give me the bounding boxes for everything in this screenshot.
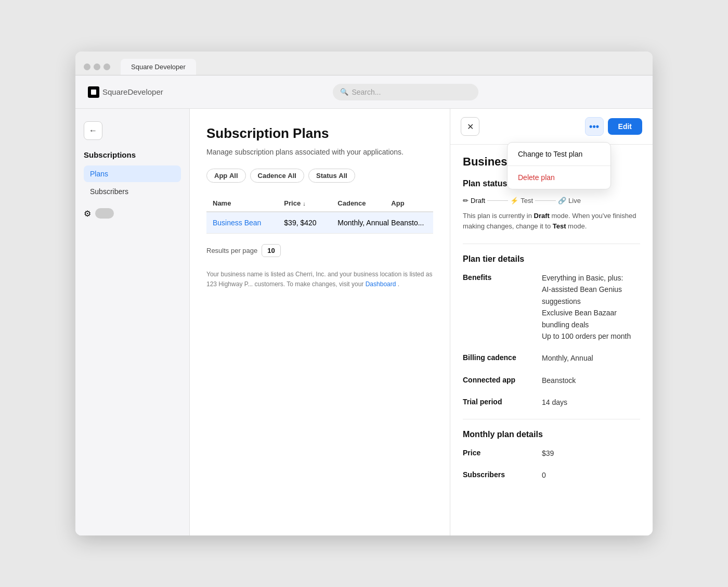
detail-monthly-subscribers: Subscribers 0 [463,469,640,481]
row-app: Beansto... [391,219,427,227]
back-arrow-icon: ← [89,126,97,135]
results-per-page[interactable]: 10 [262,244,280,257]
more-button[interactable]: ••• [585,117,604,136]
more-icon: ••• [589,121,599,132]
dropdown-item-delete[interactable]: Delete plan [508,166,610,189]
search-placeholder: Search... [352,88,381,96]
dropdown-item-change-test[interactable]: Change to Test plan [508,143,610,165]
billing-cadence-value: Monthly, Annual [542,352,640,364]
row-price: $39, $420 [284,219,337,227]
row-name-link[interactable]: Business Bean [213,219,284,227]
sidebar-section-label: Subscriptions [84,150,181,159]
sidebar: ← Subscriptions Plans Subscribers ⚙ [75,109,190,535]
detail-benefits: Benefits Everything in Basic, plus: AI-a… [463,272,640,342]
results-row: Results per page 10 [206,244,433,257]
connected-app-value: Beanstock [542,375,640,386]
status-step-live: 🔗 Live [558,197,581,205]
header-buttons: ••• Edit [585,117,642,136]
page-subtitle: Manage subscription plans associated wit… [206,148,433,156]
traffic-light-close [84,63,90,70]
benefits-label: Benefits [463,272,536,342]
billing-cadence-label: Billing cadence [463,352,536,364]
dropdown-menu: Change to Test plan Delete plan [507,142,611,189]
edit-status-icon: ✏ [463,197,469,205]
benefits-value: Everything in Basic, plus: AI-assisted B… [542,272,640,342]
monthly-price-value: $39 [542,448,640,459]
status-note: This plan is currently in Draft mode. Wh… [463,211,640,231]
close-button[interactable]: ✕ [461,117,479,136]
browser-chrome: Square Developer [75,52,653,75]
settings-icon: ⚙ [84,209,91,219]
right-panel: ✕ ••• Edit Change to Test plan [450,109,653,535]
detail-billing-cadence: Billing cadence Monthly, Annual [463,352,640,364]
status-line-2 [535,200,556,201]
results-label: Results per page [206,247,257,254]
trial-period-label: Trial period [463,397,536,408]
live-status-icon: 🔗 [558,197,566,205]
test-status-icon: ⚡ [510,197,518,205]
footer-text: Your business name is listed as Cherri, … [206,270,433,289]
detail-connected-app: Connected app Beanstock [463,375,640,386]
filter-status[interactable]: Status All [308,169,355,183]
status-step-test: ⚡ Test [510,197,533,205]
back-button[interactable]: ← [84,121,102,140]
sort-arrow-icon: ↓ [303,200,306,207]
detail-trial-period: Trial period 14 days [463,397,640,408]
plan-tier-title: Plan tier details [463,254,640,264]
monthly-subscribers-value: 0 [542,469,640,481]
browser-window: Square Developer SquareDeveloper 🔍 Searc… [75,52,653,535]
monthly-subscribers-label: Subscribers [463,469,536,481]
traffic-light-fullscreen [103,63,110,70]
filter-app[interactable]: App All [206,169,246,183]
plan-tier-section: Plan tier details Benefits Everything in… [463,254,640,409]
main-layout: ← Subscriptions Plans Subscribers ⚙ Subs… [75,109,653,535]
logo-inner [91,90,96,95]
status-line-1 [487,200,508,201]
table-header: Name Price ↓ Cadence App [206,195,433,212]
monthly-section: Monthly plan details Price $39 Subscribe… [463,430,640,481]
connected-app-label: Connected app [463,375,536,386]
right-panel-body: Business B Plan status ✏ Draft ⚡ [450,145,653,502]
divider-1 [463,244,640,244]
col-name: Name [213,199,284,207]
toggle-switch[interactable] [95,208,114,219]
content-area: Subscription Plans Manage subscription p… [190,109,450,535]
browser-content: SquareDeveloper 🔍 Search... ← Subscripti… [75,75,653,535]
top-nav: SquareDeveloper 🔍 Search... [75,75,653,109]
page-title: Subscription Plans [206,125,433,142]
col-price[interactable]: Price ↓ [284,199,337,207]
search-icon: 🔍 [340,88,348,96]
filter-cadence[interactable]: Cadence All [250,169,304,183]
col-app: App [391,199,427,207]
logo-icon [88,86,99,98]
col-cadence: Cadence [337,199,391,207]
filter-row: App All Cadence All Status All [206,169,433,183]
browser-tab: Square Developer [121,59,196,75]
sidebar-toggle-row: ⚙ [84,208,181,219]
row-cadence: Monthly, Annual [337,219,391,227]
sidebar-item-subscribers[interactable]: Subscribers [84,183,181,200]
logo-text: SquareDeveloper [102,87,163,96]
monthly-price-label: Price [463,448,536,459]
trial-period-value: 14 days [542,397,640,408]
divider-2 [463,419,640,419]
close-icon: ✕ [467,122,474,132]
sidebar-item-plans[interactable]: Plans [84,165,181,182]
status-step-draft: ✏ Draft [463,197,485,205]
search-bar[interactable]: 🔍 Search... [333,84,478,100]
table-row[interactable]: Business Bean $39, $420 Monthly, Annual … [206,212,433,234]
traffic-light-minimize [94,63,100,70]
traffic-lights [84,63,110,70]
monthly-section-title: Monthly plan details [463,430,640,439]
right-panel-header: ✕ ••• Edit [450,109,653,145]
logo-area: SquareDeveloper [88,86,163,98]
dashboard-link[interactable]: Dashboard [366,280,396,288]
status-steps: ✏ Draft ⚡ Test 🔗 Live [463,197,640,205]
detail-monthly-price: Price $39 [463,448,640,459]
edit-button[interactable]: Edit [608,118,642,135]
